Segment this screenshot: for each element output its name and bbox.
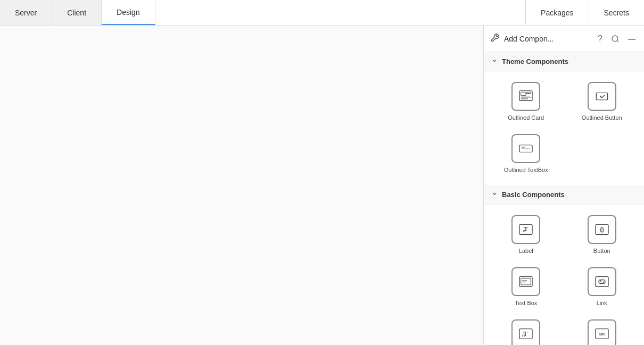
component-button[interactable]: Button [566,211,638,259]
svg-point-0 [612,36,618,42]
search-button[interactable] [609,34,622,44]
text-box-svg [517,273,534,290]
chevron-theme-icon [491,58,498,65]
outlined-textbox-svg [517,140,534,157]
outlined-button-icon-box [588,82,616,111]
panel-header-actions: ? — [596,33,638,45]
collapse-button[interactable]: — [626,34,638,44]
component-outlined-card[interactable]: Outlined Card [490,78,562,126]
tab-secrets-label: Secrets [604,9,629,17]
tab-secrets[interactable]: Secrets [589,0,644,25]
outlined-button-label: Outlined Button [582,114,622,121]
main-area: Add Compon... ? — [0,26,644,345]
collapse-icon: — [628,35,635,43]
outlined-textbox-label: Outlined TextBox [504,166,548,174]
rich-label-icon-box: T [511,319,540,345]
component-outlined-textbox[interactable]: Outlined TextBox [490,130,562,178]
svg-text:T: T [523,330,527,338]
button-svg [593,221,610,238]
svg-rect-6 [527,92,531,94]
help-button[interactable]: ? [596,33,605,45]
svg-rect-7 [596,93,607,100]
tab-server[interactable]: Server [0,0,52,25]
svg-rect-5 [521,98,528,99]
label-icon-box: T [511,215,540,244]
text-box-icon-box [511,267,540,296]
tab-packages-label: Packages [541,9,573,17]
basic-component-grid: T Label [484,204,644,345]
button-component-label: Button [593,247,610,254]
nav-spacer [155,0,525,25]
panel-scroll[interactable]: Theme Components Outlined Card [484,52,644,345]
tab-design[interactable]: Design [102,0,155,25]
canvas-area[interactable] [0,26,483,345]
svg-rect-3 [521,92,526,96]
rich-label-svg: T [517,325,534,342]
component-outlined-button[interactable]: Outlined Button [566,78,638,126]
tab-client[interactable]: Client [52,0,102,25]
wrench-icon [490,33,500,45]
svg-line-1 [617,40,618,42]
label-component-label: Label [519,247,533,254]
nav-right: Packages Secrets [525,0,644,25]
component-text-box[interactable]: Text Box [490,263,562,311]
svg-rect-19 [596,277,608,287]
tab-packages[interactable]: Packages [525,0,588,25]
search-icon [611,35,620,43]
link-icon-box [588,267,616,296]
outlined-textbox-icon-box [511,134,540,163]
section-theme-components[interactable]: Theme Components [484,52,644,71]
component-abc[interactable]: abc [566,315,638,345]
chevron-basic-icon [491,191,498,199]
label-svg: T [517,221,534,238]
basic-components-title: Basic Components [502,191,565,199]
component-label[interactable]: T Label [490,211,562,259]
tab-design-label: Design [117,8,140,17]
help-label: ? [598,34,602,44]
component-rich-label[interactable]: T [490,315,562,345]
link-svg [593,273,610,290]
abc-icon-box: abc [588,319,616,345]
section-basic-components[interactable]: Basic Components [484,185,644,204]
svg-rect-15 [519,277,532,287]
tab-client-label: Client [67,9,86,17]
panel-header: Add Compon... ? — [484,26,644,52]
right-panel: Add Compon... ? — [483,26,644,345]
svg-rect-16 [521,278,531,285]
tab-server-label: Server [15,9,37,17]
top-nav: Server Client Design Packages Secrets [0,0,644,26]
abc-svg: abc [593,325,610,342]
button-icon-box [588,215,616,244]
component-link[interactable]: Link [566,263,638,311]
theme-component-grid: Outlined Card Outlined Button [484,71,644,185]
text-box-label: Text Box [515,299,537,307]
outlined-card-svg [517,88,534,105]
panel-title: Add Compon... [504,35,591,43]
outlined-card-icon-box [511,82,540,111]
outlined-button-svg [593,88,610,105]
svg-point-8 [600,96,601,97]
outlined-card-label: Outlined Card [508,114,544,121]
link-label: Link [597,299,607,307]
svg-rect-4 [521,97,531,97]
svg-text:abc: abc [598,332,605,337]
theme-components-title: Theme Components [502,58,568,65]
